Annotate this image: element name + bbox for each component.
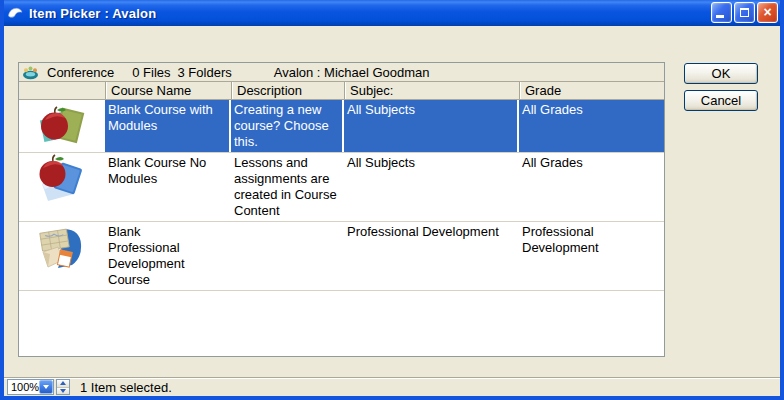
cell-course-name: Blank Course with Modules <box>105 100 229 152</box>
zoom-value: 100% <box>8 381 39 393</box>
cell-grade: All Grades <box>519 153 664 221</box>
item-picker-window: Item Picker : Avalon × Conference 0 File… <box>0 0 784 400</box>
cell-description <box>231 222 342 290</box>
row-icon-cell <box>19 153 105 221</box>
minimize-icon <box>716 15 724 18</box>
cell-course-name: Blank Professional Development Course <box>105 222 229 290</box>
course-no-modules-icon <box>38 154 86 202</box>
cell-grade: Professional Development <box>519 222 664 290</box>
item-rows: Blank Course with Modules Creating a new… <box>19 100 664 291</box>
dialog-body: Conference 0 Files 3 Folders Avalon : Mi… <box>4 26 780 374</box>
spinner-down-button[interactable] <box>57 387 69 395</box>
zoom-spinner <box>56 379 70 395</box>
conference-label: Conference <box>47 65 114 80</box>
table-row[interactable]: Blank Professional Development Course Pr… <box>19 222 664 291</box>
ok-button[interactable]: OK <box>684 63 758 84</box>
selection-status: 1 Item selected. <box>80 380 172 395</box>
down-arrow-icon <box>60 389 66 393</box>
column-header-grade[interactable]: Grade <box>519 82 664 99</box>
professional-development-icon <box>38 223 86 271</box>
close-button[interactable]: × <box>757 2 778 23</box>
maximize-button[interactable] <box>734 2 755 23</box>
conference-icon <box>22 65 39 80</box>
item-list-panel: Conference 0 Files 3 Folders Avalon : Mi… <box>18 62 665 357</box>
cell-course-name: Blank Course No Modules <box>105 153 229 221</box>
column-header-subject[interactable]: Subjec: <box>344 82 519 99</box>
column-header-icon-spacer <box>19 82 105 99</box>
cell-description: Creating a new course? Choose this. <box>231 100 342 152</box>
cell-subject: All Subjects <box>344 153 517 221</box>
cell-subject: Professional Development <box>344 222 517 290</box>
combo-dropdown-button[interactable] <box>39 380 53 394</box>
context-label: Avalon : Michael Goodman <box>274 65 430 80</box>
row-icon-cell <box>19 100 105 152</box>
course-with-modules-icon <box>38 101 86 149</box>
chevron-down-icon <box>43 385 49 389</box>
info-bar: Conference 0 Files 3 Folders Avalon : Mi… <box>19 63 664 82</box>
cell-subject: All Subjects <box>344 100 517 152</box>
status-bar: 100% 1 Item selected. <box>4 377 780 396</box>
column-header-course-name[interactable]: Course Name <box>105 82 231 99</box>
folders-count: 3 Folders <box>178 65 232 80</box>
files-count: 0 Files <box>132 65 170 80</box>
zoom-combobox[interactable]: 100% <box>7 379 54 395</box>
minimize-button[interactable] <box>711 2 732 23</box>
close-icon: × <box>763 5 771 19</box>
cancel-button[interactable]: Cancel <box>684 90 758 111</box>
cell-grade: All Grades <box>519 100 664 152</box>
column-header-row: Course Name Description Subjec: Grade <box>19 82 664 100</box>
maximize-icon <box>740 8 749 17</box>
window-icon <box>7 5 24 21</box>
window-title: Item Picker : Avalon <box>29 6 711 21</box>
column-header-description[interactable]: Description <box>231 82 344 99</box>
cell-description: Lessons and assignments are created in C… <box>231 153 342 221</box>
row-icon-cell <box>19 222 105 290</box>
titlebar[interactable]: Item Picker : Avalon × <box>0 0 784 26</box>
up-arrow-icon <box>60 381 66 385</box>
table-row[interactable]: Blank Course No Modules Lessons and assi… <box>19 153 664 222</box>
table-row[interactable]: Blank Course with Modules Creating a new… <box>19 100 664 153</box>
